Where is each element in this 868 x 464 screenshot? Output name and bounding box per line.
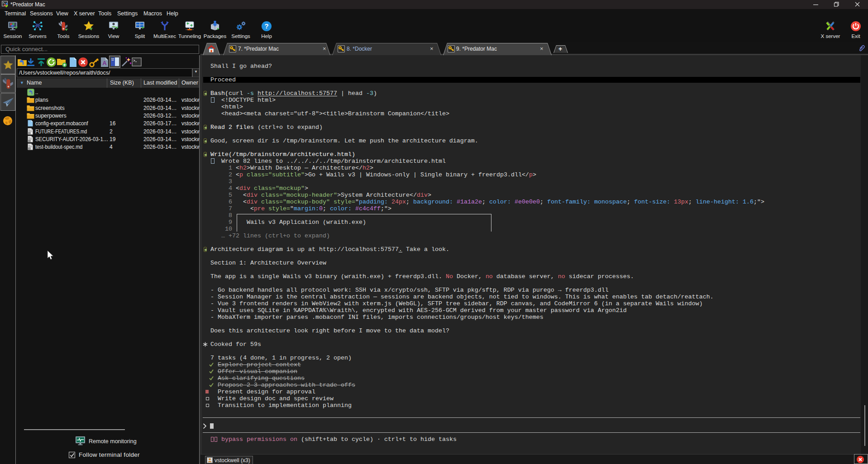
svg-text:A: A <box>102 60 107 66</box>
svg-text:?: ? <box>264 22 268 30</box>
